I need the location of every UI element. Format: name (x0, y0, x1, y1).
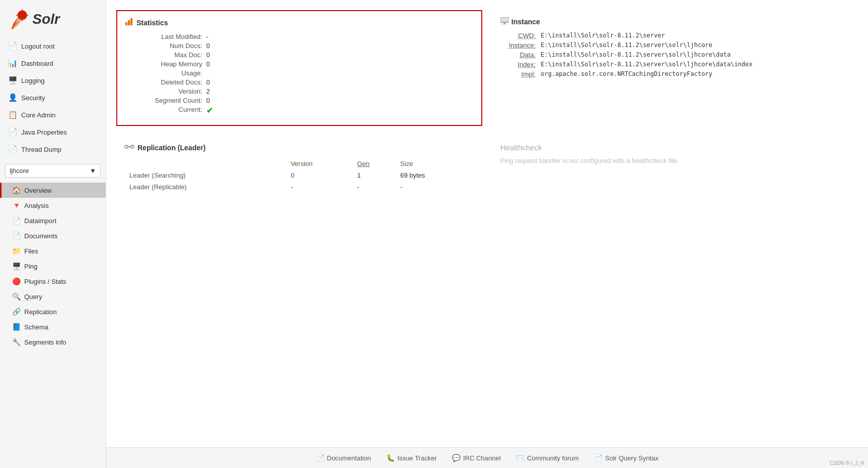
replication-col-size: Size (400, 158, 474, 169)
svg-rect-10 (504, 22, 506, 24)
irc-channel-link[interactable]: 💬 IRC Channel (452, 454, 500, 462)
plugins-stats-icon: 🔴 (12, 277, 20, 285)
instance-value-impl: org.apache.solr.core.NRTCachingDirectory… (541, 70, 713, 78)
community-forum-link[interactable]: ✉️ Community forum (516, 454, 579, 462)
core-nav-schema-label: Schema (24, 323, 49, 331)
core-selector-arrow: ▼ (89, 167, 96, 175)
watermark: CSDN ® I_J_H (830, 460, 864, 466)
documentation-link[interactable]: 📄 Documentation (316, 454, 371, 462)
replication-icon (124, 143, 134, 152)
core-nav-ping-label: Ping (24, 263, 37, 270)
core-nav: 🏠 Overview 🔻 Analysis 📄 Dataimport 📄 Doc… (0, 182, 106, 351)
replication-row-replicable: Leader (Replicable) - - - (124, 181, 474, 193)
stats-value-version: 2 (206, 88, 210, 95)
instance-title-text: Instance (512, 18, 540, 26)
stats-value-max-doc: 0 (206, 51, 210, 59)
statistics-title-text: Statistics (136, 19, 168, 27)
core-nav-files[interactable]: 📁 Files (0, 243, 106, 259)
stats-row-version: Version: 2 (125, 88, 473, 95)
core-selector-label: ljhcore (10, 167, 29, 175)
stats-row-num-docs: Num Docs: 0 (125, 42, 473, 50)
instance-row-data: Data: E:\install\Solr\solr-8.11.2\server… (500, 51, 850, 59)
core-nav-replication-label: Replication (24, 308, 57, 316)
sidebar-item-java-properties[interactable]: 📄 Java Properties (0, 123, 106, 141)
stats-value-current: ✔ (206, 106, 213, 115)
replication-col-label (124, 158, 291, 169)
sidebar: Solr 📄 Logout root 📊 Dashboard 🖥️ Loggin… (0, 0, 106, 468)
content-area: Statistics Last Modified: - Num Docs: 0 … (106, 0, 868, 447)
documentation-icon: 📄 (316, 454, 325, 462)
irc-icon: 💬 (452, 454, 461, 462)
sidebar-item-logout[interactable]: 📄 Logout root (0, 37, 106, 55)
instance-label-data: Data: (500, 51, 541, 59)
instance-value-cwd: E:\install\Solr\solr-8.11.2\server (541, 32, 665, 39)
sidebar-item-core-admin[interactable]: 📋 Core Admin (0, 106, 106, 123)
replication-label-searching: Leader (Searching) (124, 169, 291, 181)
stats-value-deleted-docs: 0 (206, 78, 210, 86)
analysis-icon: 🔻 (12, 201, 20, 209)
instance-value-instance: E:\install\Solr\solr-8.11.2\server\solr\… (541, 41, 713, 49)
sidebar-item-java-properties-label: Java Properties (21, 129, 67, 136)
healthcheck-message: Ping request handler is not configured w… (500, 157, 850, 164)
dataimport-icon: 📄 (12, 217, 20, 225)
statistics-title: Statistics (125, 18, 473, 27)
core-nav-documents[interactable]: 📄 Documents (0, 228, 106, 243)
core-nav-analysis-label: Analysis (24, 202, 49, 209)
statistics-panel: Statistics Last Modified: - Num Docs: 0 … (116, 10, 482, 126)
community-forum-icon: ✉️ (516, 454, 524, 462)
stats-label-usage: Usage: (125, 69, 206, 77)
dashboard-icon: 📊 (8, 59, 17, 68)
sidebar-item-security[interactable]: 👤 Security (0, 89, 106, 106)
core-nav-dataimport[interactable]: 📄 Dataimport (0, 213, 106, 228)
core-nav-ping[interactable]: 🖥️ Ping (0, 259, 106, 274)
core-selector[interactable]: ljhcore ▼ (5, 164, 101, 178)
stats-row-deleted-docs: Deleted Docs: 0 (125, 78, 473, 86)
issue-tracker-link[interactable]: 🐛 Issue Tracker (386, 454, 437, 462)
replication-gen-replicable: - (357, 181, 400, 193)
sidebar-item-logout-label: Logout root (21, 42, 55, 50)
replication-row-searching: Leader (Searching) 0 1 69 bytes (124, 169, 474, 181)
stats-label-current: Current: (125, 106, 206, 115)
instance-label-instance: Instance: (500, 41, 541, 49)
core-nav-query[interactable]: 🔍 Query (0, 289, 106, 304)
issue-tracker-icon: 🐛 (386, 454, 395, 462)
sidebar-item-logging[interactable]: 🖥️ Logging (0, 72, 106, 89)
logout-icon: 📄 (8, 41, 17, 51)
stats-label-max-doc: Max Doc: (125, 51, 206, 59)
java-properties-icon: 📄 (8, 127, 17, 137)
instance-row-instance: Instance: E:\install\Solr\solr-8.11.2\se… (500, 41, 850, 49)
core-nav-plugins-stats-label: Plugins / Stats (24, 278, 66, 285)
ping-icon: 🖥️ (12, 262, 20, 270)
sidebar-item-dashboard[interactable]: 📊 Dashboard (0, 55, 106, 72)
statistics-bar-icon (125, 18, 133, 27)
replication-size-replicable: - (400, 181, 474, 193)
instance-row-cwd: CWD: E:\install\Solr\solr-8.11.2\server (500, 32, 850, 39)
irc-channel-label: IRC Channel (463, 454, 500, 462)
sidebar-item-security-label: Security (21, 94, 45, 102)
healthcheck-panel: Healthcheck Ping request handler is not … (492, 136, 858, 200)
documentation-label: Documentation (327, 454, 371, 462)
instance-label-cwd: CWD: (500, 32, 541, 39)
instance-row-impl: Impl: org.apache.solr.core.NRTCachingDir… (500, 70, 850, 78)
core-nav-overview-label: Overview (24, 187, 52, 194)
core-nav-segments-info[interactable]: 🔧 Segments info (0, 334, 106, 350)
core-nav-schema[interactable]: 📘 Schema (0, 319, 106, 334)
core-nav-plugins-stats[interactable]: 🔴 Plugins / Stats (0, 274, 106, 289)
stats-table: Last Modified: - Num Docs: 0 Max Doc: 0 … (125, 33, 473, 115)
replication-col-gen: Gen (357, 158, 400, 169)
core-nav-documents-label: Documents (24, 232, 58, 240)
logging-icon: 🖥️ (8, 76, 17, 85)
solr-query-syntax-link[interactable]: 📄 Solr Query Syntax (594, 454, 659, 462)
core-nav-replication[interactable]: 🔗 Replication (0, 304, 106, 319)
svg-point-13 (131, 145, 134, 148)
sidebar-item-thread-dump-label: Thread Dump (21, 146, 61, 153)
instance-icon (500, 17, 509, 26)
core-nav-overview[interactable]: 🏠 Overview (0, 183, 106, 198)
stats-value-segment-count: 0 (206, 97, 210, 104)
sidebar-item-thread-dump[interactable]: 📄 Thread Dump (0, 141, 106, 158)
stats-row-usage: Usage: (125, 69, 473, 77)
svg-rect-7 (130, 18, 132, 25)
replication-table: Version Gen Size Leader (Searching) 0 1 … (124, 158, 474, 193)
core-nav-analysis[interactable]: 🔻 Analysis (0, 198, 106, 213)
solr-query-syntax-icon: 📄 (594, 454, 603, 462)
